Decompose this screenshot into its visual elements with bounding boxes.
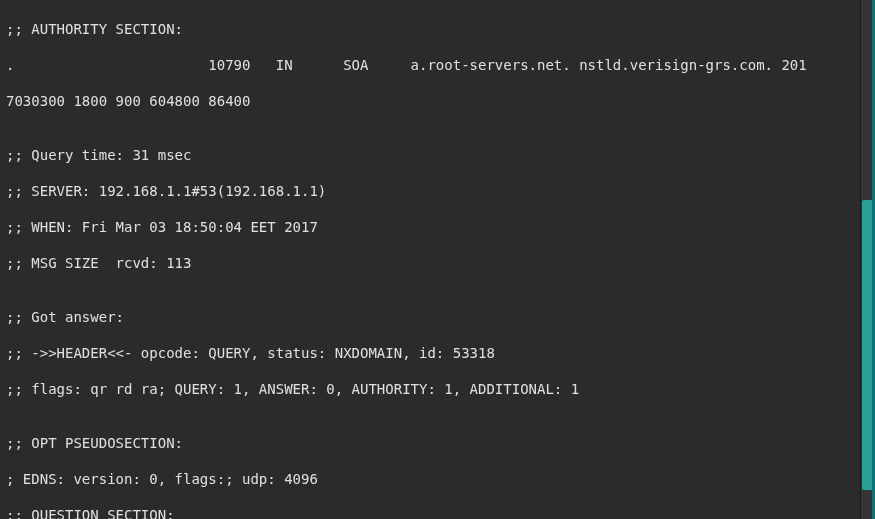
terminal-output: ;; AUTHORITY SECTION: . 10790 IN SOA a.r… bbox=[0, 0, 860, 519]
output-line: ; EDNS: version: 0, flags:; udp: 4096 bbox=[6, 470, 854, 488]
output-line: ;; OPT PSEUDOSECTION: bbox=[6, 434, 854, 452]
output-line: ;; QUESTION SECTION: bbox=[6, 506, 854, 519]
output-line: . 10790 IN SOA a.root-servers.net. nstld… bbox=[6, 56, 854, 74]
output-line: ;; ->>HEADER<<- opcode: QUERY, status: N… bbox=[6, 344, 854, 362]
output-line: ;; AUTHORITY SECTION: bbox=[6, 20, 854, 38]
output-line: ;; MSG SIZE rcvd: 113 bbox=[6, 254, 854, 272]
output-line: ;; Query time: 31 msec bbox=[6, 146, 854, 164]
output-line: 7030300 1800 900 604800 86400 bbox=[6, 92, 854, 110]
output-line: ;; SERVER: 192.168.1.1#53(192.168.1.1) bbox=[6, 182, 854, 200]
terminal-container[interactable]: ;; AUTHORITY SECTION: . 10790 IN SOA a.r… bbox=[0, 0, 860, 519]
output-line: ;; Got answer: bbox=[6, 308, 854, 326]
output-line: ;; WHEN: Fri Mar 03 18:50:04 EET 2017 bbox=[6, 218, 854, 236]
output-line: ;; flags: qr rd ra; QUERY: 1, ANSWER: 0,… bbox=[6, 380, 854, 398]
